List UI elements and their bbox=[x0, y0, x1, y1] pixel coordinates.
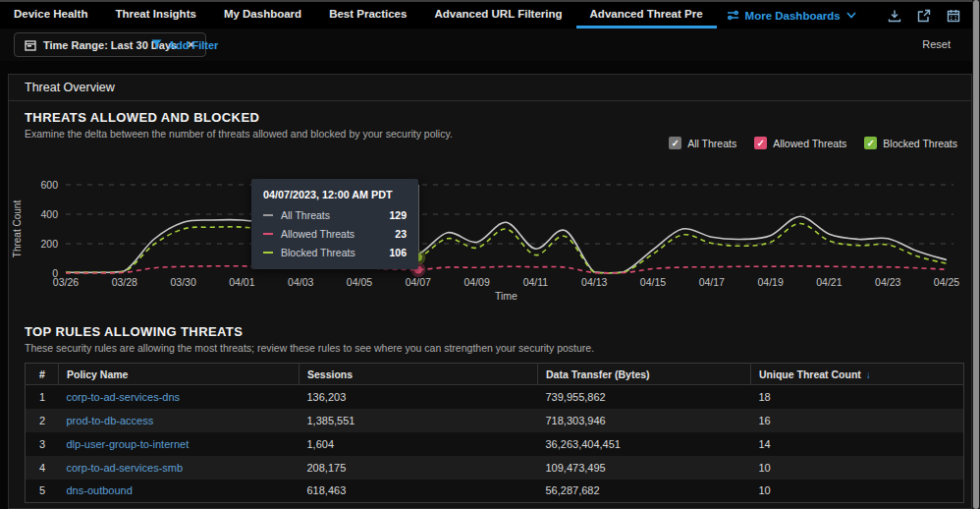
more-dashboards-button[interactable]: More Dashboards bbox=[717, 2, 866, 28]
col-header-index[interactable]: # bbox=[26, 364, 59, 385]
checkbox-all-threats[interactable] bbox=[669, 137, 681, 149]
svg-text:04/19: 04/19 bbox=[757, 276, 783, 288]
col-header-data-transfer[interactable]: Data Transfer (Bytes) bbox=[538, 364, 751, 385]
chart-legend: All Threats Allowed Threats Blocked Thre… bbox=[669, 137, 957, 149]
checkbox-blocked-threats[interactable] bbox=[864, 137, 877, 149]
more-dashboards-label: More Dashboards bbox=[745, 10, 841, 22]
col-header-sessions[interactable]: Sessions bbox=[299, 364, 538, 385]
svg-text:04/09: 04/09 bbox=[463, 276, 489, 288]
threats-section-title: THREATS ALLOWED AND BLOCKED bbox=[25, 110, 453, 125]
chart-tooltip: 04/07/2023, 12:00 AM PDT All Threats 129… bbox=[251, 179, 418, 269]
legend-label: Blocked Threats bbox=[883, 138, 957, 149]
policy-link[interactable]: prod-to-db-access bbox=[67, 415, 154, 426]
svg-text:04/23: 04/23 bbox=[875, 276, 900, 288]
tooltip-row-all: All Threats 129 bbox=[263, 209, 407, 221]
add-filter-button[interactable]: Add Filter bbox=[151, 32, 218, 57]
tooltip-title: 04/07/2023, 12:00 AM PDT bbox=[263, 189, 407, 200]
tab-advanced-url-filtering[interactable]: Advanced URL Filtering bbox=[420, 2, 575, 28]
download-icon[interactable] bbox=[888, 9, 901, 23]
svg-text:04/07: 04/07 bbox=[406, 276, 431, 288]
policy-link[interactable]: corp-to-ad-services-dns bbox=[67, 391, 181, 403]
svg-text:04/11: 04/11 bbox=[523, 276, 549, 288]
tab-best-practices[interactable]: Best Practices bbox=[315, 2, 420, 28]
tooltip-row-allowed: Allowed Threats 23 bbox=[263, 228, 407, 240]
svg-text:03/26: 03/26 bbox=[53, 276, 79, 288]
svg-text:03/30: 03/30 bbox=[170, 276, 195, 288]
nav-actions bbox=[888, 2, 972, 28]
col-header-policy-name[interactable]: Policy Name bbox=[59, 364, 299, 385]
checkbox-allowed-threats[interactable] bbox=[754, 137, 767, 149]
svg-text:04/05: 04/05 bbox=[347, 276, 372, 288]
rules-section-header: TOP RULES ALLOWING THREATS These securit… bbox=[25, 324, 594, 354]
svg-text:04/13: 04/13 bbox=[581, 276, 607, 288]
policy-link[interactable]: dlp-user-group-to-internet bbox=[67, 438, 190, 450]
calendar-icon[interactable] bbox=[947, 9, 960, 23]
scrollbar-thumb[interactable] bbox=[973, 0, 979, 509]
legend-label: All Threats bbox=[687, 138, 736, 149]
threat-chart-svg: 020040060003/2603/2803/3004/0104/0304/05… bbox=[9, 168, 971, 315]
reset-button[interactable]: Reset bbox=[922, 38, 951, 50]
threat-chart[interactable]: 020040060003/2603/2803/3004/0104/0304/05… bbox=[9, 168, 971, 315]
svg-text:04/15: 04/15 bbox=[640, 276, 666, 288]
export-icon[interactable] bbox=[917, 9, 931, 23]
tooltip-row-blocked: Blocked Threats 106 bbox=[263, 247, 407, 258]
table-row: 1 corp-to-ad-services-dns 136,203 739,95… bbox=[26, 385, 964, 409]
table-row: 3 dlp-user-group-to-internet 1,604 36,26… bbox=[26, 432, 964, 456]
svg-text:200: 200 bbox=[40, 238, 58, 250]
legend-allowed-threats: Allowed Threats bbox=[754, 137, 846, 149]
policy-link[interactable]: corp-to-ad-services-smb bbox=[67, 462, 184, 474]
svg-text:Time: Time bbox=[495, 290, 517, 302]
threats-section-subtitle: Examine the delta between the number of … bbox=[25, 128, 453, 140]
date-range-icon bbox=[25, 39, 36, 51]
svg-text:Threat Count: Threat Count bbox=[12, 200, 23, 258]
svg-text:04/17: 04/17 bbox=[699, 276, 725, 288]
legend-all-threats: All Threats bbox=[669, 137, 736, 149]
table-row: 4 corp-to-ad-services-smb 208,175 109,47… bbox=[26, 456, 964, 480]
threat-overview-panel: Threat Overview THREATS ALLOWED AND BLOC… bbox=[8, 74, 972, 509]
tab-advanced-threat-prevention[interactable]: Advanced Threat Pre bbox=[576, 2, 717, 28]
top-nav: Device Health Threat Insights My Dashboa… bbox=[0, 0, 972, 28]
threats-section-header: THREATS ALLOWED AND BLOCKED Examine the … bbox=[25, 110, 453, 140]
table-header-row: # Policy Name Sessions Data Transfer (By… bbox=[26, 364, 964, 385]
scrollbar-track bbox=[972, 0, 980, 509]
tab-my-dashboard[interactable]: My Dashboard bbox=[210, 2, 315, 28]
add-filter-label: Add Filter bbox=[168, 39, 218, 51]
series-dash-icon bbox=[263, 233, 273, 235]
svg-text:04/03: 04/03 bbox=[288, 276, 313, 288]
tab-device-health[interactable]: Device Health bbox=[0, 2, 101, 28]
top-rules-table: # Policy Name Sessions Data Transfer (By… bbox=[25, 363, 964, 503]
svg-text:600: 600 bbox=[40, 179, 58, 191]
svg-text:03/28: 03/28 bbox=[112, 276, 137, 288]
svg-text:400: 400 bbox=[40, 208, 58, 220]
legend-blocked-threats: Blocked Threats bbox=[864, 137, 957, 149]
tab-threat-insights[interactable]: Threat Insights bbox=[101, 2, 209, 28]
panel-title: Threat Overview bbox=[9, 75, 971, 101]
legend-label: Allowed Threats bbox=[773, 138, 846, 149]
svg-text:04/25: 04/25 bbox=[934, 276, 959, 288]
col-header-unique-threat-count[interactable]: Unique Threat Count↓ bbox=[751, 364, 964, 385]
table-row: 2 prod-to-db-access 1,385,551 718,303,94… bbox=[26, 409, 964, 432]
series-dash-icon bbox=[263, 252, 273, 254]
series-dash-icon bbox=[263, 214, 273, 216]
dashboards-icon bbox=[727, 9, 739, 22]
rules-section-subtitle: These security rules are allowing the mo… bbox=[25, 342, 594, 354]
svg-text:04/21: 04/21 bbox=[816, 276, 842, 288]
filter-bar: Time Range: Last 30 Days ✕ Add Filter Re… bbox=[0, 28, 972, 61]
chevron-down-icon bbox=[846, 12, 856, 19]
svg-text:04/01: 04/01 bbox=[229, 276, 254, 288]
table-row: 5 dns-outbound 618,463 56,287,682 10 bbox=[26, 480, 964, 503]
dashboard-page: Device Health Threat Insights My Dashboa… bbox=[0, 0, 980, 509]
rules-section-title: TOP RULES ALLOWING THREATS bbox=[25, 324, 594, 339]
sort-desc-icon[interactable]: ↓ bbox=[866, 369, 871, 380]
policy-link[interactable]: dns-outbound bbox=[67, 484, 133, 496]
filter-funnel-icon bbox=[151, 39, 162, 50]
